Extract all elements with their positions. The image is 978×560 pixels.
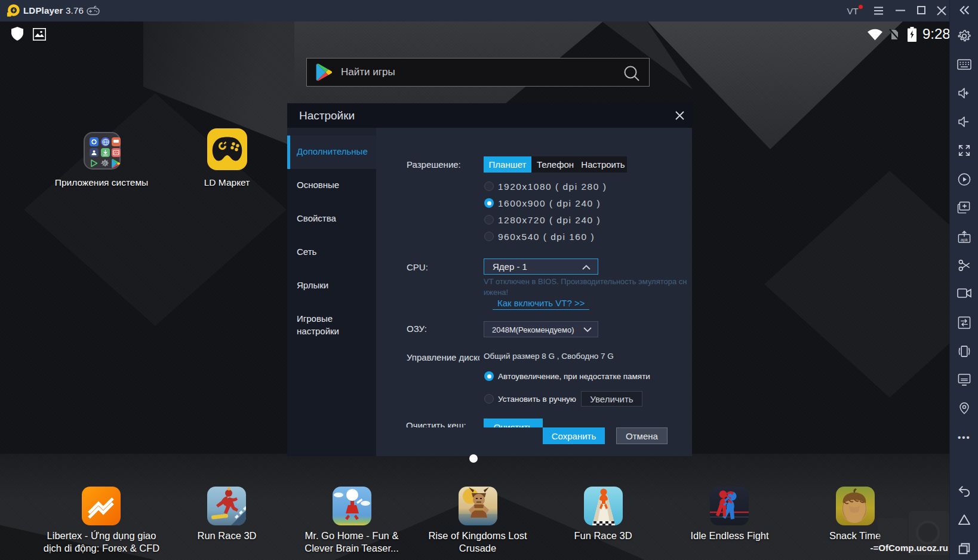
svg-text:apk: apk xyxy=(961,237,968,242)
svg-text:G: G xyxy=(103,161,106,165)
